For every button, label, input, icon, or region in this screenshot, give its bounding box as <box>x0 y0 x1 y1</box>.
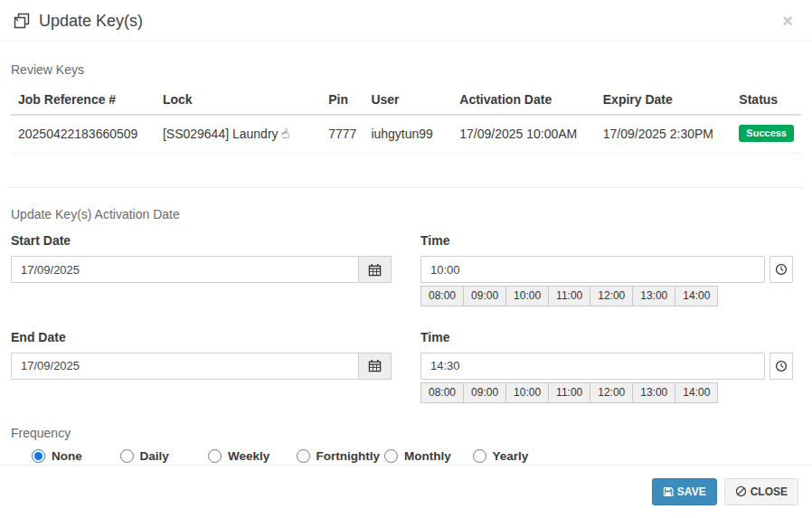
frequency-option-daily[interactable]: Daily <box>120 449 209 463</box>
frequency-option-none[interactable]: None <box>32 449 120 463</box>
modal-title-text: Update Key(s) <box>39 12 143 31</box>
clock-icon[interactable] <box>770 353 793 380</box>
frequency-radio-none[interactable] <box>32 449 45 463</box>
calendar-icon[interactable] <box>359 256 392 283</box>
end-time-group: Time 08:00 09:00 10:00 11:00 12:00 13:00 <box>420 330 793 403</box>
save-button[interactable]: SAVE <box>652 478 717 505</box>
time-preset-button[interactable]: 13:00 <box>632 286 675 306</box>
status-badge: Success <box>739 125 794 142</box>
time-preset-button[interactable]: 10:00 <box>505 382 549 403</box>
time-preset-button[interactable]: 12:00 <box>590 286 633 306</box>
cell-expiry-date: 17/09/2025 2:30PM <box>596 115 732 154</box>
frequency-radio-monthly[interactable] <box>384 449 398 463</box>
end-date-input[interactable] <box>11 353 359 380</box>
col-header-pin: Pin <box>321 85 364 115</box>
lock-name: [SS029644] Laundry <box>163 127 279 141</box>
start-date-input[interactable] <box>11 256 359 283</box>
cell-lock: [SS029644] Laundry☝ <box>156 115 321 154</box>
end-date-label: End Date <box>11 330 392 344</box>
end-time-label: Time <box>420 330 793 344</box>
page-title: Update Key(s) <box>13 12 143 31</box>
time-preset-button[interactable]: 13:00 <box>632 382 675 403</box>
cell-activation-date: 17/09/2025 10:00AM <box>452 115 595 154</box>
frequency-option-monthly[interactable]: Monthly <box>384 449 473 463</box>
cell-user: iuhgytun99 <box>364 115 452 154</box>
col-header-activation-date: Activation Date <box>452 85 595 115</box>
col-header-status: Status <box>732 85 801 115</box>
review-keys-label: Review Keys <box>11 62 801 77</box>
frequency-options: None Daily Weekly Fortnightly Monthly Ye… <box>11 449 801 463</box>
clock-icon[interactable] <box>770 256 793 283</box>
update-activation-date-label: Update Key(s) Activation Date <box>11 207 801 221</box>
time-preset-button[interactable]: 09:00 <box>463 382 506 403</box>
frequency-option-weekly[interactable]: Weekly <box>208 449 297 463</box>
table-header-row: Job Reference # Lock Pin User Activation… <box>11 85 801 115</box>
time-preset-button[interactable]: 14:00 <box>675 382 718 403</box>
col-header-user: User <box>364 85 452 115</box>
start-time-label: Time <box>420 233 793 248</box>
frequency-label: Frequency <box>11 426 801 440</box>
col-header-lock: Lock <box>156 85 321 115</box>
modal-header: Update Key(s) × <box>0 0 812 42</box>
cell-job-reference: 20250422183660509 <box>11 115 156 154</box>
close-icon[interactable]: × <box>777 10 798 32</box>
frequency-radio-daily[interactable] <box>120 449 134 463</box>
copy-keys-icon <box>13 12 31 30</box>
calendar-icon[interactable] <box>359 353 392 380</box>
col-header-expiry-date: Expiry Date <box>596 85 732 115</box>
cell-pin: 7777 <box>321 115 364 154</box>
end-date-group: End Date <box>11 330 392 403</box>
review-keys-table: Job Reference # Lock Pin User Activation… <box>11 85 801 154</box>
hand-pointer-icon[interactable]: ☝ <box>279 125 291 143</box>
time-preset-button[interactable]: 11:00 <box>548 286 590 306</box>
modal-footer: SAVE CLOSE <box>0 465 812 518</box>
time-preset-button[interactable]: 08:00 <box>420 286 464 306</box>
frequency-option-fortnightly[interactable]: Fortnightly <box>297 449 385 463</box>
end-time-presets: 08:00 09:00 10:00 11:00 12:00 13:00 14:0… <box>420 382 793 403</box>
end-time-input[interactable] <box>420 353 765 380</box>
time-preset-button[interactable]: 12:00 <box>590 382 633 403</box>
time-preset-button[interactable]: 14:00 <box>675 286 718 306</box>
frequency-radio-yearly[interactable] <box>473 449 486 463</box>
frequency-radio-fortnightly[interactable] <box>297 449 310 463</box>
col-header-job-reference: Job Reference # <box>11 85 156 115</box>
start-time-presets: 08:00 09:00 10:00 11:00 12:00 13:00 14:0… <box>420 286 793 306</box>
time-preset-button[interactable]: 10:00 <box>505 286 549 306</box>
start-time-group: Time 08:00 09:00 10:00 11:00 12:00 13:00 <box>420 233 793 306</box>
start-time-input[interactable] <box>420 256 765 283</box>
ban-icon <box>735 485 747 497</box>
frequency-radio-weekly[interactable] <box>208 449 222 463</box>
date-time-form: Start Date Time <box>11 233 801 403</box>
section-divider <box>7 187 805 188</box>
frequency-option-yearly[interactable]: Yearly <box>473 449 562 463</box>
table-row: 20250422183660509 [SS029644] Laundry☝ 77… <box>11 115 801 154</box>
close-button[interactable]: CLOSE <box>724 478 798 505</box>
cell-status: Success <box>732 115 801 154</box>
time-preset-button[interactable]: 11:00 <box>548 382 590 403</box>
time-preset-button[interactable]: 08:00 <box>420 382 464 403</box>
start-date-label: Start Date <box>11 233 392 248</box>
time-preset-button[interactable]: 09:00 <box>463 286 506 306</box>
modal-body: Review Keys Job Reference # Lock Pin Use… <box>0 62 812 463</box>
start-date-group: Start Date <box>11 233 392 306</box>
save-icon <box>663 486 674 497</box>
